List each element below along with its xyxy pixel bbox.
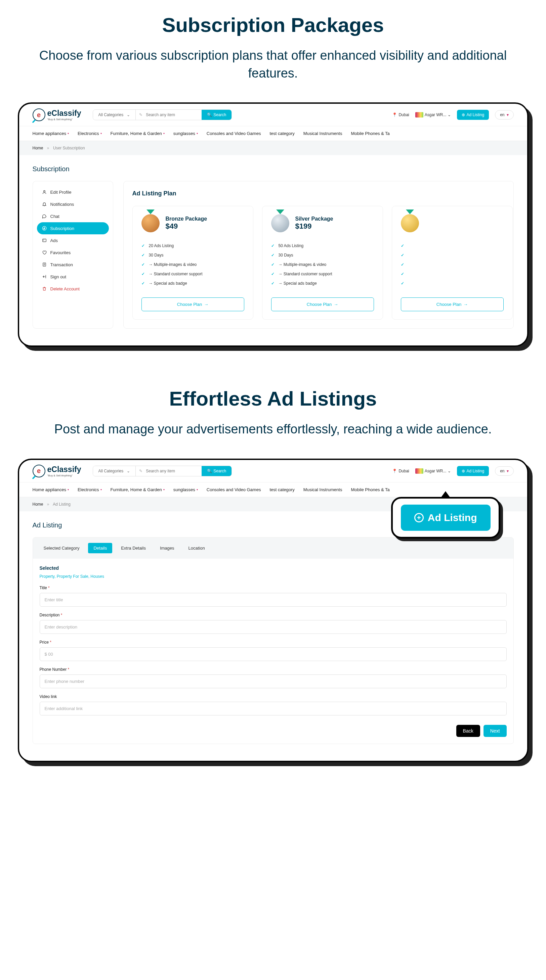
video-link-input[interactable] [40, 702, 507, 716]
ad-listing-callout-button[interactable]: + Ad Listing [401, 504, 490, 531]
sidebar-item-delete-account[interactable]: Delete Account [37, 283, 109, 295]
app-header: e eClassify "Buy & Sell Anything" All Ca… [19, 460, 527, 482]
search-button-label: Search [213, 469, 226, 473]
tab-images[interactable]: Images [155, 543, 180, 553]
section1-subtitle: Choose from various subscription plans t… [38, 47, 508, 82]
nav-item-label: test category [270, 131, 294, 136]
next-button[interactable]: Next [484, 725, 507, 737]
nav-item[interactable]: test category [270, 131, 294, 136]
sidebar-item-label: Sign out [50, 274, 67, 279]
plan-feature-item: ✓ [401, 260, 504, 269]
breadcrumb: Home » User Subscription [19, 141, 527, 155]
user-menu[interactable]: Asgar WR... ⌄ [415, 468, 451, 474]
plan-price: $199 [295, 222, 333, 231]
selected-category-path[interactable]: Property, Property For Sale, Houses [40, 574, 507, 579]
plan-feature-text: → Special ads badge [279, 281, 317, 286]
breadcrumb-home[interactable]: Home [33, 502, 43, 507]
check-icon: ✓ [271, 272, 275, 276]
description-input[interactable] [40, 620, 507, 634]
check-icon: ✓ [142, 272, 145, 276]
plan-price: $49 [166, 222, 207, 231]
nav-item-label: Electronics [78, 131, 99, 136]
category-select[interactable]: All Categories ⌄ [93, 110, 136, 120]
plan-feature-text: → Standard customer support [279, 272, 332, 276]
tab-location[interactable]: Location [183, 543, 210, 553]
caret-down-icon: ▾ [67, 488, 69, 491]
check-icon: ✓ [401, 281, 404, 286]
nav-item[interactable]: Home appliances▾ [33, 487, 69, 492]
brand-logo[interactable]: e eClassify "Buy & Sell Anything" [33, 108, 81, 121]
nav-item[interactable]: Consoles and Video Games [207, 131, 261, 136]
location-label: Dubai [399, 113, 409, 117]
breadcrumb-sep-icon: » [47, 502, 49, 507]
tab-extra-details[interactable]: Extra Details [116, 543, 151, 553]
location-selector[interactable]: 📍 Dubai [392, 113, 409, 117]
nav-item[interactable]: sunglasses▾ [173, 131, 198, 136]
back-button[interactable]: Back [456, 725, 480, 737]
plan-feature-text: 30 Days [149, 253, 164, 258]
plan-feature-item: ✓20 Ads Listing [142, 241, 244, 250]
category-select[interactable]: All Categories ⌄ [93, 466, 136, 476]
user-menu[interactable]: Asgar WR... ⌄ [415, 112, 451, 118]
choose-plan-button[interactable]: Choose Plan→ [142, 298, 244, 311]
nav-item[interactable]: Electronics▾ [78, 131, 102, 136]
language-label: en [500, 113, 504, 117]
nav-item[interactable]: Electronics▾ [78, 487, 102, 492]
search-input[interactable] [144, 466, 198, 476]
brand-logo[interactable]: e eClassify "Buy & Sell Anything" [33, 465, 81, 477]
sidebar-item-chat[interactable]: Chat [37, 210, 109, 222]
phone-number-input[interactable] [40, 675, 507, 688]
nav-item[interactable]: Mobile Phones & Ta [351, 487, 390, 492]
nav-item[interactable]: Musical Instruments [303, 131, 342, 136]
sidebar-item-label: Chat [50, 214, 59, 219]
section2-title: Effortless Ad Listings [7, 387, 539, 410]
sidebar-item-ads[interactable]: Ads [37, 234, 109, 247]
nav-item[interactable]: Home appliances▾ [33, 131, 69, 136]
breadcrumb-home[interactable]: Home [33, 146, 43, 150]
search-button[interactable]: 🔍 Search [201, 110, 231, 120]
nav-item-label: Furniture, Home & Garden [110, 131, 162, 136]
nav-item-label: sunglasses [173, 487, 195, 492]
plus-circle-icon: ⊕ [462, 113, 465, 117]
search-bar: All Categories ⌄ ✎ 🔍 Search [93, 110, 232, 120]
nav-item[interactable]: sunglasses▾ [173, 487, 198, 492]
plan-feature-item: ✓→ Standard customer support [271, 269, 374, 278]
check-icon: ✓ [271, 253, 275, 258]
tab-details[interactable]: Details [88, 543, 112, 553]
sidebar-item-label: Delete Account [50, 286, 80, 291]
sidebar-item-notifications[interactable]: Notifications [37, 198, 109, 210]
nav-item-label: Furniture, Home & Garden [110, 487, 162, 492]
choose-plan-button[interactable]: Choose Plan→ [271, 298, 374, 311]
plan-feature-item: ✓30 Days [142, 250, 244, 260]
nav-item[interactable]: Furniture, Home & Garden▾ [110, 131, 164, 136]
field-description: Description * [40, 613, 507, 634]
arrow-right-icon: → [334, 302, 338, 307]
nav-item[interactable]: Consoles and Video Games [207, 487, 261, 492]
sidebar-item-subscription[interactable]: Subscription [37, 222, 109, 234]
title-input[interactable] [40, 593, 507, 607]
form-fields: Title *Description *Price *Phone Number … [40, 585, 507, 716]
nav-item[interactable]: Furniture, Home & Garden▾ [110, 487, 164, 492]
plan-feature-item: ✓→ Standard customer support [142, 269, 244, 278]
sidebar-item-favourites[interactable]: Favourites [37, 247, 109, 259]
language-selector[interactable]: en ▾ [495, 110, 513, 119]
plan-feature-text: → Standard customer support [149, 272, 203, 276]
location-selector[interactable]: 📍 Dubai [392, 469, 409, 473]
plus-circle-icon: + [414, 513, 424, 522]
tab-selected-category[interactable]: Selected Category [38, 543, 85, 553]
sidebar-item-transaction[interactable]: Transaction [37, 259, 109, 270]
search-input[interactable] [144, 110, 198, 120]
nav-item[interactable]: test category [270, 487, 294, 492]
brand-tagline: "Buy & Sell Anything" [47, 474, 81, 477]
ad-listing-button[interactable]: ⊕ Ad Listing [457, 466, 489, 476]
choose-plan-button[interactable]: Choose Plan→ [401, 298, 504, 311]
sidebar-item-sign-out[interactable]: Sign out [37, 270, 109, 283]
price-input[interactable] [40, 647, 507, 661]
sidebar-item-edit-profile[interactable]: Edit Profile [37, 186, 109, 198]
section2-subtitle: Post and manage your advertisements effo… [38, 420, 508, 438]
language-selector[interactable]: en ▾ [495, 466, 513, 476]
search-button[interactable]: 🔍 Search [201, 466, 231, 476]
ad-listing-button[interactable]: ⊕ Ad Listing [457, 110, 489, 120]
nav-item[interactable]: Mobile Phones & Ta [351, 131, 390, 136]
nav-item[interactable]: Musical Instruments [303, 487, 342, 492]
